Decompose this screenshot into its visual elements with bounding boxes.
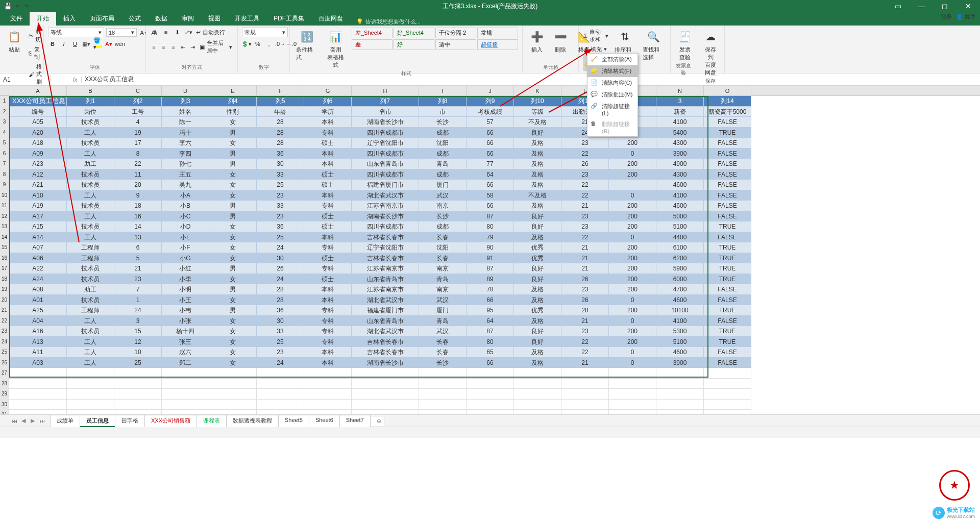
data-cell[interactable]: 硕士 (304, 169, 352, 180)
data-cell[interactable]: 80 (467, 221, 514, 232)
row-header[interactable]: 10 (0, 190, 9, 201)
data-cell[interactable]: 28 (561, 305, 609, 316)
sheet-tab[interactable]: XXX公司销售额 (144, 415, 197, 427)
data-cell[interactable]: 女 (209, 274, 257, 285)
data-cell[interactable]: FALSE (704, 316, 751, 327)
data-cell[interactable]: 四川省成都市 (352, 128, 419, 138)
data-cell[interactable]: 及格 (514, 169, 561, 180)
data-cell[interactable]: 专科 (304, 326, 352, 337)
title-cell[interactable]: XXX公司员工信息 (9, 96, 67, 107)
sheet-tab[interactable]: Sheet6 (309, 415, 340, 427)
data-cell[interactable]: 0 (609, 347, 656, 358)
data-cell[interactable]: 专科 (304, 201, 352, 211)
data-cell[interactable]: 专科 (304, 242, 352, 253)
data-cell[interactable]: 陈一 (162, 117, 209, 128)
empty-cell[interactable] (304, 368, 352, 379)
data-cell[interactable]: 女 (209, 138, 257, 148)
data-cell[interactable]: 57 (467, 117, 514, 128)
data-cell[interactable]: FALSE (704, 169, 751, 180)
empty-cell[interactable] (162, 400, 209, 410)
data-cell[interactable]: 24 (257, 242, 304, 253)
wrap-text-button[interactable]: ↩自动换行 (195, 28, 226, 37)
row-header[interactable]: 9 (0, 180, 9, 190)
align-right-icon[interactable]: ≡ (169, 42, 177, 52)
cell-style-7[interactable]: 超链接 (477, 39, 518, 50)
paste-button[interactable]: 📋 粘贴 (4, 28, 24, 55)
data-cell[interactable]: 长沙 (419, 211, 467, 222)
inc-decimal-icon[interactable]: .0→ (276, 39, 285, 48)
data-cell[interactable]: 200 (609, 253, 656, 264)
data-cell[interactable]: 女 (209, 358, 257, 368)
empty-cell[interactable] (304, 379, 352, 389)
data-cell[interactable]: 女 (209, 169, 257, 180)
data-cell[interactable]: 技术员 (67, 117, 114, 128)
data-cell[interactable]: 20 (114, 180, 162, 190)
data-cell[interactable]: 良好 (514, 326, 561, 337)
data-cell[interactable]: 山东省青岛市 (352, 316, 419, 327)
data-cell[interactable]: 19 (114, 128, 162, 138)
empty-cell[interactable] (656, 368, 704, 379)
row-header[interactable]: 3 (0, 117, 9, 128)
data-cell[interactable]: 12 (114, 337, 162, 348)
empty-cell[interactable] (514, 379, 561, 389)
row-header[interactable]: 7 (0, 159, 9, 169)
data-cell[interactable]: 工人 (67, 337, 114, 348)
data-cell[interactable]: 30 (257, 316, 304, 327)
row-header[interactable]: 31 (0, 410, 9, 414)
data-cell[interactable]: 小张 (162, 316, 209, 327)
header-cell[interactable]: 3 (656, 96, 704, 107)
data-cell[interactable]: 男 (209, 201, 257, 211)
underline-button[interactable]: U (70, 39, 80, 48)
cut-button[interactable]: ✂剪切 (28, 28, 43, 44)
data-cell[interactable]: 22 (561, 347, 609, 358)
data-cell[interactable]: 湖北省武汉市 (352, 295, 419, 306)
sheet-tab[interactable]: 课程表 (197, 415, 227, 427)
data-cell[interactable]: 14 (114, 221, 162, 232)
data-cell[interactable]: 等级 (514, 107, 561, 117)
data-cell[interactable]: A01 (9, 295, 67, 306)
invoice-button[interactable]: 🧾发票 查验 (675, 28, 695, 62)
empty-cell[interactable] (352, 368, 419, 379)
merge-button[interactable]: ▣合并后居中▾ (199, 39, 233, 55)
data-cell[interactable]: 4600 (656, 201, 704, 211)
data-cell[interactable]: 28 (257, 117, 304, 128)
clear-menu-item-1[interactable]: 🧽清除格式(F) (587, 65, 638, 77)
ribbon-tab-开始[interactable]: 开始 (30, 12, 56, 26)
empty-cell[interactable] (561, 400, 609, 410)
data-cell[interactable]: 1 (114, 295, 162, 306)
empty-cell[interactable] (419, 368, 467, 379)
data-cell[interactable]: 0 (609, 148, 656, 159)
data-cell[interactable]: 5400 (656, 128, 704, 138)
empty-cell[interactable] (704, 389, 751, 400)
data-cell[interactable]: 优秀 (514, 305, 561, 316)
data-cell[interactable]: 小红 (162, 263, 209, 274)
data-cell[interactable]: 长春 (419, 253, 467, 264)
empty-cell[interactable] (114, 368, 162, 379)
minimize-button[interactable]: — (910, 0, 933, 12)
data-cell[interactable]: 小李 (162, 274, 209, 285)
data-cell[interactable]: A24 (9, 274, 67, 285)
data-cell[interactable]: 23 (561, 169, 609, 180)
clear-menu-item-4[interactable]: 🔗清除超链接(L) (587, 101, 638, 118)
empty-cell[interactable] (467, 400, 514, 410)
data-cell[interactable]: A11 (9, 347, 67, 358)
data-cell[interactable]: 23 (257, 211, 304, 222)
align-bottom-icon[interactable]: ⬇ (173, 28, 182, 37)
select-all-corner[interactable] (0, 86, 9, 95)
empty-cell[interactable] (467, 368, 514, 379)
data-cell[interactable]: 6100 (656, 242, 704, 253)
data-cell[interactable]: FALSE (704, 201, 751, 211)
empty-cell[interactable] (67, 400, 114, 410)
data-cell[interactable]: 5100 (656, 337, 704, 348)
empty-cell[interactable] (114, 410, 162, 414)
row-header[interactable]: 6 (0, 148, 9, 159)
data-cell[interactable]: 良好 (514, 221, 561, 232)
worksheet-grid[interactable]: ABCDEFGHIJKLMNO 1XXX公司员工信息列1列2列3列4列5列6列7… (0, 86, 980, 414)
data-cell[interactable]: 25 (257, 232, 304, 243)
indent-dec-icon[interactable]: ⇤ (179, 42, 187, 52)
data-cell[interactable]: 200 (609, 138, 656, 148)
data-cell[interactable]: 专科 (304, 128, 352, 138)
empty-cell[interactable] (656, 410, 704, 414)
data-cell[interactable]: 0 (609, 295, 656, 306)
data-cell[interactable]: 66 (467, 128, 514, 138)
